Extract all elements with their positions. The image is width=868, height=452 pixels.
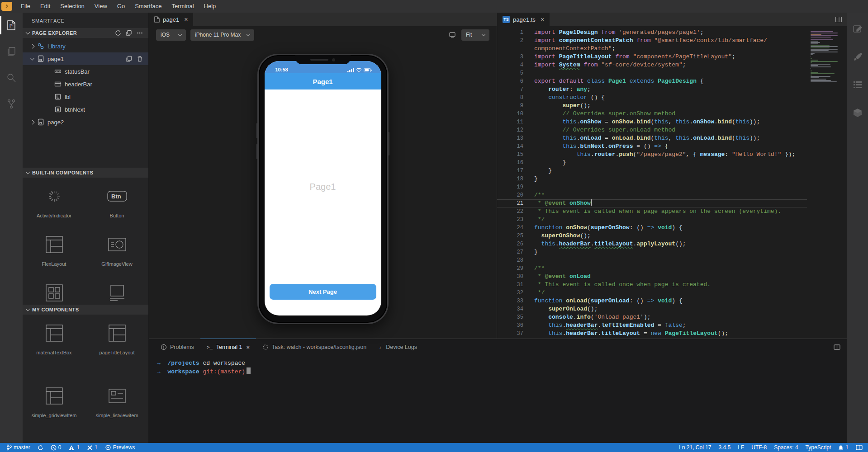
activity-git[interactable] [0, 96, 23, 112]
code-line[interactable]: 3import PageTitleLayout from "components… [497, 53, 807, 61]
code-line[interactable]: componentContextPatch"; [497, 45, 807, 53]
terminal-output[interactable]: → /projects cd workspace→ workspace git:… [149, 355, 847, 443]
code-line[interactable]: 10 // Overrides super.onShow method [497, 110, 807, 118]
code-line[interactable]: 11 this.onShow = onShow.bind(this, this.… [497, 118, 807, 126]
status-3-4-5[interactable]: 3.4.5 [719, 444, 731, 451]
status-1[interactable]: 1 [838, 444, 849, 451]
menu-file[interactable]: File [16, 0, 35, 13]
right-activity-cube[interactable] [846, 105, 868, 121]
code-line[interactable]: 23 */ [497, 216, 807, 224]
status-lf[interactable]: LF [738, 444, 744, 451]
code-line[interactable]: 22 * This event is called when a page ap… [497, 207, 807, 216]
editor-body[interactable]: 1import Page1Design from 'generated/page… [497, 26, 847, 339]
code-line[interactable]: 19 [497, 183, 807, 191]
code-line[interactable]: 25 superOnShow(); [497, 232, 807, 240]
panel-tab-problems[interactable]: Problems [154, 339, 200, 355]
close-icon[interactable]: × [541, 16, 544, 23]
os-select[interactable]: iOS [156, 29, 186, 41]
code-area[interactable]: 1import Page1Design from 'generated/page… [497, 28, 807, 339]
tab-page1-ts[interactable]: TS page1.ts × [497, 13, 550, 26]
code-line[interactable]: 4import System from "sf-core/device/syst… [497, 61, 807, 69]
panel-icon[interactable] [834, 344, 840, 350]
tree-item-lbl[interactable]: lbl [23, 90, 148, 103]
component-GifImageView[interactable]: GifImageView [85, 229, 148, 277]
status-spaces-4[interactable]: Spaces: 4 [774, 444, 798, 451]
tree-item-headerBar[interactable]: headerBar [23, 78, 148, 90]
code-line[interactable]: 16 } [497, 159, 807, 167]
menu-smartface[interactable]: Smartface [130, 0, 166, 13]
tree-item-Library[interactable]: Library [23, 40, 148, 52]
activity-files[interactable] [0, 43, 23, 60]
code-line[interactable]: 36 this.headerBar.leftItemEnabled = fals… [497, 321, 807, 330]
right-activity-list[interactable] [846, 77, 868, 93]
code-line[interactable]: 29/** [497, 264, 807, 273]
code-line[interactable]: 37 this.headerBar.titleLayout = new Page… [497, 330, 807, 338]
menu-help[interactable]: Help [199, 0, 221, 13]
duplicate-icon[interactable] [126, 56, 132, 62]
menu-terminal[interactable]: Terminal [166, 0, 199, 13]
code-line[interactable]: 24function onShow(superOnShow: () => voi… [497, 224, 807, 232]
minimap[interactable] [807, 28, 847, 339]
code-line[interactable]: 30 * @event onLoad [497, 273, 807, 281]
section-my-components[interactable]: MY COMPONENTS [23, 305, 148, 315]
panel-tab-task-watch-workspace-tsconfig-json[interactable]: Task: watch - workspace/tsconfig.json [256, 339, 373, 355]
code-line[interactable]: 26 this.headerBar.titleLayout.applyLayou… [497, 240, 807, 248]
code-line[interactable]: 6export default class Page1 extends Page… [497, 77, 807, 85]
panel-tab-terminal-1[interactable]: >_Terminal 1× [200, 339, 256, 355]
code-line[interactable]: 33function onLoad(superOnLoad: () => voi… [497, 297, 807, 305]
device-select[interactable]: iPhone 11 Pro Max [190, 29, 254, 41]
section-page-explorer[interactable]: PAGE EXPLORER [23, 28, 148, 38]
code-line[interactable]: 15 this.router.push("/pages/page2", { me… [497, 151, 807, 159]
menu-edit[interactable]: Edit [35, 0, 55, 13]
section-built-in-components[interactable]: BUILT-IN COMPONENTS [23, 168, 148, 178]
code-line[interactable]: 35 console.info('Onload page1'); [497, 313, 807, 321]
panel-tab-device-logs[interactable]: iDevice Logs [373, 339, 423, 355]
status-ln-21-col-17[interactable]: Ln 21, Col 17 [679, 444, 711, 451]
component-pageTitleLayout[interactable]: pageTitleLayout [85, 317, 148, 365]
close-icon[interactable]: × [246, 344, 250, 351]
code-line[interactable]: 27} [497, 248, 807, 256]
component-materialTextBox[interactable]: materialTextBox [23, 317, 85, 365]
tab-page1[interactable]: page1 × [149, 13, 193, 26]
component-simple_listviewitem[interactable]: simple_listviewitem [85, 380, 148, 428]
smartface-logo-icon[interactable] [1, 2, 12, 11]
code-line[interactable]: 13 this.onLoad = onLoad.bind(this, this.… [497, 134, 807, 142]
tree-item-page2[interactable]: page2 [23, 116, 148, 128]
code-line[interactable]: 1import Page1Design from 'generated/page… [497, 28, 807, 37]
menu-selection[interactable]: Selection [55, 0, 89, 13]
component-grid[interactable] [23, 277, 85, 305]
close-icon[interactable]: × [184, 16, 188, 23]
status-1[interactable]: 1 [87, 444, 98, 451]
code-line[interactable]: 7 router: any; [497, 85, 807, 94]
code-line[interactable]: 5 [497, 69, 807, 77]
tree-item-page1[interactable]: page1 [23, 52, 148, 65]
status-panel[interactable] [856, 445, 863, 450]
tree-item-btnNext[interactable]: BbtnNext [23, 103, 148, 116]
activity-search[interactable] [0, 70, 23, 86]
activity-pages[interactable]: P [0, 17, 23, 33]
code-line[interactable]: 2import componentContextPatch from "@sma… [497, 37, 807, 45]
collapse-icon[interactable] [126, 30, 132, 36]
status-sync[interactable] [38, 445, 43, 451]
status-typescript[interactable]: TypeScript [806, 444, 831, 451]
code-line[interactable]: 21 * @event onShow [497, 199, 807, 207]
menu-view[interactable]: View [90, 0, 112, 13]
rotate-device-icon[interactable] [449, 31, 457, 38]
status-1[interactable]: 1 [68, 444, 80, 451]
code-line[interactable]: 31 * This event is called once when page… [497, 281, 807, 289]
right-activity-edit[interactable] [846, 21, 868, 37]
component-simple_gridviewItem[interactable]: simple_gridviewItem [23, 380, 85, 428]
code-line[interactable]: 32 */ [497, 289, 807, 297]
code-line[interactable]: 12 // Overrides super.onLoad method [497, 126, 807, 134]
code-line[interactable]: 18} [497, 175, 807, 183]
right-activity-brush[interactable] [846, 49, 868, 65]
component-image[interactable] [85, 277, 148, 305]
refresh-icon[interactable] [115, 30, 121, 36]
component-Button[interactable]: BtnButton [85, 180, 148, 229]
code-line[interactable]: 14 this.btnNext.onPress = () => { [497, 142, 807, 151]
trash-icon[interactable] [137, 56, 143, 62]
component-FlexLayout[interactable]: FlexLayout [23, 229, 85, 277]
code-line[interactable]: 9 super(); [497, 102, 807, 110]
code-line[interactable]: 8 constructor () { [497, 94, 807, 102]
more-icon[interactable] [137, 30, 143, 36]
